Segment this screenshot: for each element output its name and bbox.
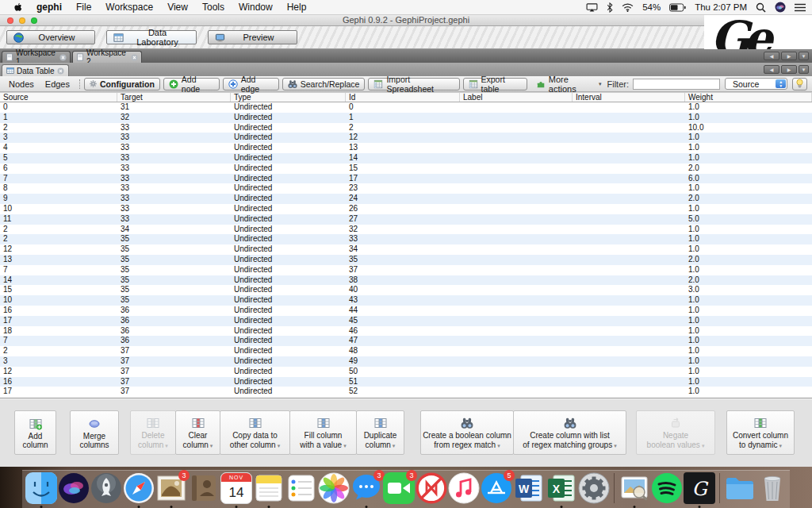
table-row[interactable]: 735Undirected371.0 [0,265,812,275]
close-window-button[interactable] [7,17,13,24]
close-tab-icon[interactable] [57,67,64,75]
table-row[interactable]: 132Undirected11.0 [0,113,812,123]
cell-id[interactable]: 38 [346,275,460,286]
cell-interval[interactable] [573,174,685,184]
cell-target[interactable]: 33 [117,194,231,204]
cell-weight[interactable]: 1.0 [685,204,812,214]
dock-spotify-icon[interactable] [651,472,683,504]
cell-id[interactable]: 37 [346,265,460,275]
cell-weight[interactable]: 1.0 [685,113,812,123]
cell-type[interactable]: Undirected [231,356,346,367]
cell-weight[interactable]: 1.0 [685,346,812,356]
dock-app-store-icon[interactable]: 5 [481,472,512,504]
cell-id[interactable]: 47 [346,336,460,346]
cell-label[interactable] [460,143,573,153]
cell-target[interactable]: 35 [117,275,231,286]
cell-id[interactable]: 46 [346,326,460,337]
tab-data-table[interactable]: Data Table [2,64,69,76]
cell-type[interactable]: Undirected [231,204,346,214]
cell-label[interactable] [460,102,573,113]
table-row[interactable]: 1033Undirected261.0 [0,204,812,214]
table-row[interactable]: 235Undirected331.0 [0,234,812,244]
table-row[interactable]: 933Undirected242.0 [0,194,812,204]
add-column-button[interactable]: Addcolumn [14,410,56,455]
cell-source[interactable]: 13 [0,255,117,265]
cell-weight[interactable]: 1.0 [685,133,812,143]
cell-type[interactable]: Undirected [231,153,346,164]
column-header-weight[interactable]: Weight [685,93,812,102]
cell-interval[interactable] [573,183,685,194]
notification-center-icon[interactable] [795,3,806,12]
cell-target[interactable]: 37 [117,346,231,356]
import-spreadsheet-button[interactable]: Import Spreadsheet [368,78,459,90]
cell-source[interactable]: 7 [0,174,117,184]
view-button-data-laboratory[interactable]: Data Laboratory [106,30,197,44]
cell-target[interactable]: 33 [117,214,231,225]
column-header-source[interactable]: Source [0,93,117,102]
configuration-button[interactable]: Configuration [84,78,160,90]
cell-weight[interactable]: 6.0 [685,174,812,184]
cell-label[interactable] [460,255,573,265]
cell-label[interactable] [460,265,573,275]
cell-type[interactable]: Undirected [231,387,346,397]
add-edge-button[interactable]: Add edge [223,78,279,90]
cell-target[interactable]: 33 [117,123,231,133]
cell-target[interactable]: 36 [117,316,231,326]
cell-id[interactable]: 48 [346,346,460,356]
cell-weight[interactable]: 1.0 [685,367,812,377]
cell-weight[interactable]: 1.0 [685,295,812,306]
cell-type[interactable]: Undirected [231,164,346,174]
column-header-label[interactable]: Label [460,93,573,102]
cell-label[interactable] [460,356,573,367]
table-row[interactable]: 633Undirected152.0 [0,164,812,174]
cell-id[interactable]: 40 [346,285,460,295]
column-header-type[interactable]: Type [231,93,346,102]
dock-music-icon[interactable] [448,472,480,504]
cell-weight[interactable]: 3.0 [685,285,812,295]
apple-menu-icon[interactable] [6,2,29,13]
cell-interval[interactable] [573,102,685,113]
menu-item-help[interactable]: Help [280,2,314,13]
cell-target[interactable]: 32 [117,113,231,123]
convert-column-to-dynamic-button[interactable]: Convert columnto dynamic▾ [726,410,795,455]
panel-scroll-right-button[interactable]: ▶ [781,65,797,74]
cell-id[interactable]: 2 [346,123,460,133]
siri-menu-icon[interactable] [775,2,786,13]
export-table-button[interactable]: Export table [463,78,527,90]
panel-scroll-left-button[interactable]: ◀ [764,65,779,74]
cell-type[interactable]: Undirected [231,214,346,225]
cell-source[interactable]: 5 [0,153,117,164]
table-row[interactable]: 1237Undirected501.0 [0,367,812,377]
cell-type[interactable]: Undirected [231,143,346,153]
cell-weight[interactable]: 1.0 [685,336,812,346]
cell-target[interactable]: 34 [117,225,231,235]
fill-column-with-a-value-button[interactable]: Fill columnwith a value▾ [289,410,357,455]
table-row[interactable]: 337Undirected491.0 [0,356,812,367]
cell-type[interactable]: Undirected [231,133,346,143]
menu-item-workspace[interactable]: Workspace [98,2,160,13]
cell-id[interactable]: 12 [346,133,460,143]
cell-type[interactable]: Undirected [231,336,346,346]
cell-label[interactable] [460,295,573,306]
cell-label[interactable] [460,225,573,235]
table-row[interactable]: 1836Undirected461.0 [0,326,812,337]
cell-target[interactable]: 35 [117,255,231,265]
cell-type[interactable]: Undirected [231,194,346,204]
cell-weight[interactable]: 1.0 [685,387,812,397]
cell-source[interactable]: 9 [0,194,117,204]
cell-target[interactable]: 37 [117,367,231,377]
table-row[interactable]: 733Undirected176.0 [0,174,812,184]
cell-interval[interactable] [573,244,685,255]
table-row[interactable]: 1335Undirected352.0 [0,255,812,265]
cell-source[interactable]: 2 [0,346,117,356]
cell-weight[interactable]: 2.0 [685,255,812,265]
cell-id[interactable]: 35 [346,255,460,265]
cell-type[interactable]: Undirected [231,174,346,184]
cell-id[interactable]: 23 [346,183,460,194]
cell-label[interactable] [460,346,573,356]
cell-id[interactable]: 14 [346,153,460,164]
cell-label[interactable] [460,123,573,133]
cell-interval[interactable] [573,367,685,377]
cell-label[interactable] [460,244,573,255]
nodes-button[interactable]: Nodes [3,79,40,89]
